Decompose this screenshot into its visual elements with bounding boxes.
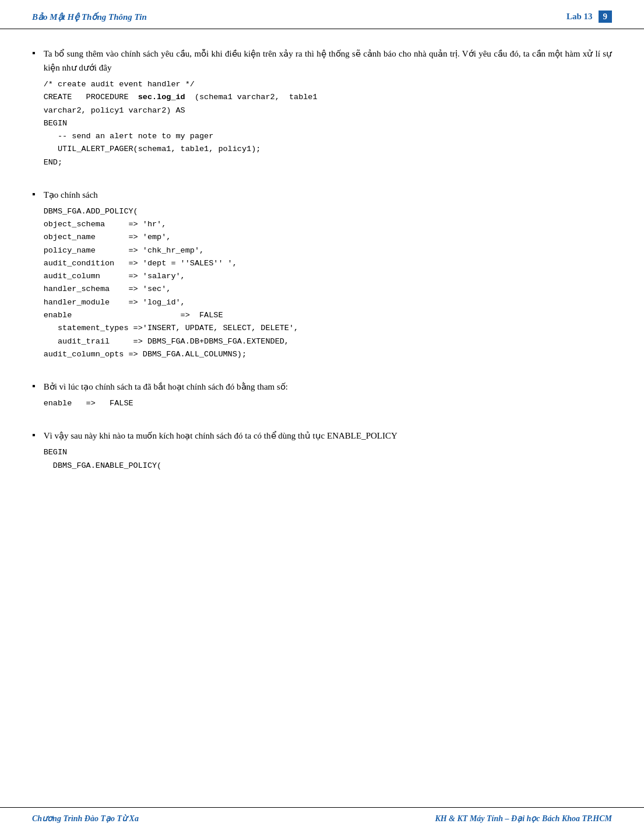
code-block-2: DBMS_FGA.ADD_POLICY( object_schema => 'h…: [44, 205, 612, 361]
bullet-content-1: Ta bổ sung thêm vào chính sách yêu cầu, …: [44, 47, 612, 171]
bullet-text-2: Tạo chính sách: [44, 188, 612, 202]
bullet-symbol-2: ▪: [32, 189, 36, 199]
bullet-item-1: ▪ Ta bổ sung thêm vào chính sách yêu cầu…: [32, 47, 612, 171]
bullet-symbol-1: ▪: [32, 48, 36, 58]
code-block-3: enable => FALSE: [44, 397, 612, 410]
header-page-number: 9: [599, 10, 613, 23]
bullet-symbol-3: ▪: [32, 381, 36, 391]
footer-right: KH & KT Máy Tính – Đại học Bách Khoa TP.…: [435, 814, 612, 824]
content-area: ▪ Ta bổ sung thêm vào chính sách yêu cầu…: [0, 35, 644, 538]
code-block-4: BEGIN DBMS_FGA.ENABLE_POLICY(: [44, 446, 612, 472]
header-title: Bảo Mật Hệ Thống Thông Tin: [32, 12, 147, 22]
bullet-symbol-4: ▪: [32, 430, 36, 440]
bullet-text-4: Vì vậy sau này khi nào ta muốn kích hoạt…: [44, 429, 612, 443]
header-right: Lab 13 9: [566, 10, 612, 23]
header-lab: Lab 13: [566, 12, 593, 22]
bullet-content-3: Bởi vì lúc tạo chính sách ta đã bắt hoạt…: [44, 380, 612, 412]
bullet-content-2: Tạo chính sách DBMS_FGA.ADD_POLICY( obje…: [44, 188, 612, 363]
bullet-content-4: Vì vậy sau này khi nào ta muốn kích hoạt…: [44, 429, 612, 475]
bullet-item-4: ▪ Vì vậy sau này khi nào ta muốn kích ho…: [32, 429, 612, 475]
bullet-item-3: ▪ Bởi vì lúc tạo chính sách ta đã bắt ho…: [32, 380, 612, 412]
footer-left: Chương Trình Đào Tạo Từ Xa: [32, 814, 139, 824]
page-container: Bảo Mật Hệ Thống Thông Tin Lab 13 9 ▪ Ta…: [0, 0, 644, 834]
page-header: Bảo Mật Hệ Thống Thông Tin Lab 13 9: [0, 0, 644, 29]
bullet-text-1: Ta bổ sung thêm vào chính sách yêu cầu, …: [44, 47, 612, 75]
bullet-item-2: ▪ Tạo chính sách DBMS_FGA.ADD_POLICY( ob…: [32, 188, 612, 363]
bullet-text-3: Bởi vì lúc tạo chính sách ta đã bắt hoạt…: [44, 380, 612, 394]
code-block-1: /* create audit event handler */ CREATE …: [44, 78, 612, 169]
page-footer: Chương Trình Đào Tạo Từ Xa KH & KT Máy T…: [0, 807, 644, 834]
